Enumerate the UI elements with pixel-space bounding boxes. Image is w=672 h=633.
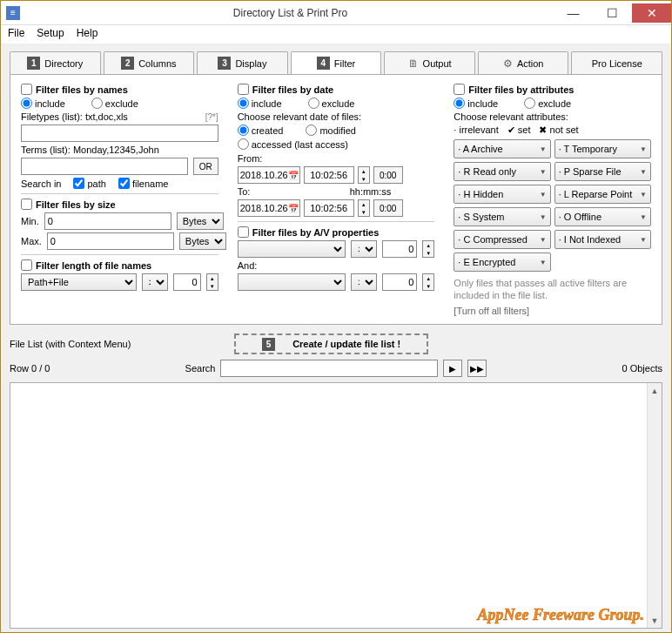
attr-exclude-radio[interactable] [524,98,535,109]
scroll-down-button[interactable]: ▼ [648,613,662,628]
file-list-area[interactable]: ▲ ▼ AppNee Freeware Group. [10,382,662,629]
or-button[interactable]: OR [193,158,218,175]
attr-readonly[interactable]: · R Read only▼ [454,162,550,181]
object-count: 0 Objects [622,363,662,374]
tab-display[interactable]: 3Display [197,51,288,74]
legend-set: ✔ set [507,125,531,136]
col-attributes: Filter files by attributes include exclu… [454,84,651,316]
attr-hidden[interactable]: · H Hidden▼ [454,185,550,204]
legend-irrelevant: · irrelevant [454,125,498,136]
legend-notset: ✖ not set [539,125,578,136]
tab-pro-license[interactable]: Pro License [571,51,662,74]
av-prop2-select[interactable] [238,273,346,291]
chevron-down-icon: ▼ [640,145,647,153]
search-last-button[interactable]: ▶▶ [467,360,487,377]
attr-notindexed[interactable]: · I Not Indexed▼ [554,230,651,249]
tab-columns[interactable]: 2Columns [104,51,195,74]
av-spin2[interactable]: ▲▼ [422,273,434,291]
filter-size-checkbox[interactable] [21,199,32,210]
size-min-unit[interactable]: Bytes [177,212,224,230]
length-value-input[interactable] [173,273,201,291]
menubar: File Setup Help [1,25,671,44]
filter-names-checkbox[interactable] [21,84,32,95]
search-input[interactable] [220,360,438,377]
from-date-input[interactable]: 2018.10.26📅 [238,166,300,184]
menu-setup[interactable]: Setup [37,27,64,42]
app-window: ≡ Directory List & Print Pro — ☐ ✕ File … [0,0,672,633]
filetypes-input[interactable] [21,125,218,142]
tab-directory[interactable]: 1Directory [10,51,101,74]
app-icon: ≡ [6,6,20,20]
attr-temporary[interactable]: · T Temporary▼ [554,139,651,158]
col-names: Filter files by names include exclude Fi… [21,84,218,316]
scroll-up-button[interactable]: ▲ [648,383,662,398]
date-accessed-radio[interactable] [238,138,249,150]
create-filelist-button[interactable]: 5 Create / update file list ! [234,333,428,354]
path-checkbox[interactable] [73,178,84,189]
attr-include-radio[interactable] [454,98,465,109]
av-prop1-select[interactable] [238,240,346,258]
attr-compressed[interactable]: · C Compressed▼ [454,230,550,249]
filter-attr-checkbox[interactable] [454,84,465,95]
to-zero-button[interactable]: 0:00 [373,199,403,217]
chevron-down-icon: ▼ [540,213,547,221]
attr-offline[interactable]: · O Offline▼ [554,207,651,226]
attr-encrypted[interactable]: · E Encrypted▼ [454,253,550,272]
tab-action[interactable]: ⚙Action [478,51,569,74]
size-max-input[interactable] [47,232,174,250]
vertical-scrollbar[interactable]: ▲ ▼ [647,383,662,628]
tab-output[interactable]: 🗎Output [384,51,475,74]
search-label: Search [185,363,216,374]
size-min-input[interactable] [44,212,171,230]
length-target-select[interactable]: Path+File [21,273,137,291]
size-max-unit[interactable]: Bytes [179,232,226,250]
close-button[interactable]: ✕ [632,3,671,23]
minimize-button[interactable]: — [554,3,593,23]
names-include-radio[interactable] [21,98,32,109]
attr-reparse[interactable]: · L Reparse Point▼ [554,185,651,204]
maximize-button[interactable]: ☐ [593,3,632,23]
window-title: Directory List & Print Pro [27,7,554,19]
length-spinner[interactable]: ▲▼ [206,273,218,291]
attr-archive[interactable]: · A Archive▼ [454,139,550,158]
from-time-input[interactable] [304,166,354,184]
filter-note: Only files that passes all active filter… [454,277,651,302]
date-include-radio[interactable] [238,98,249,109]
to-time-input[interactable] [304,199,354,217]
filename-checkbox[interactable] [118,178,130,189]
attr-system[interactable]: · S System▼ [454,207,550,226]
av-val2-input[interactable] [382,273,417,291]
chevron-down-icon: ▼ [540,145,547,153]
row-counter: Row 0 / 0 [10,363,50,374]
filter-date-checkbox[interactable] [238,84,249,95]
terms-input[interactable] [21,158,188,175]
av-spin1[interactable]: ▲▼ [422,240,434,258]
tab-filter[interactable]: 4Filter [291,51,382,74]
gear-icon: ⚙ [503,57,513,70]
tab-bar: 1Directory 2Columns 3Display 4Filter 🗎Ou… [10,51,662,74]
calendar-icon: 📅 [288,171,299,180]
attr-sparse[interactable]: · P Sparse File▼ [554,162,651,181]
to-date-input[interactable]: 2018.10.26📅 [238,199,300,217]
menu-help[interactable]: Help [77,27,98,42]
from-zero-button[interactable]: 0:00 [373,166,403,184]
from-time-spinner[interactable]: ▲▼ [358,166,370,184]
av-op1-select[interactable]: > = [351,240,377,258]
filter-panel: Filter files by names include exclude Fi… [10,74,662,325]
turnoff-filters-link[interactable]: [Turn off all filters] [454,306,651,316]
date-modified-radio[interactable] [306,125,317,136]
calendar-icon: 📅 [288,204,299,213]
filter-av-checkbox[interactable] [238,226,249,238]
av-op2-select[interactable]: > = [351,273,377,291]
menu-file[interactable]: File [8,27,24,42]
search-next-button[interactable]: ▶ [443,360,462,377]
names-exclude-radio[interactable] [91,98,103,109]
chevron-down-icon: ▼ [640,213,647,221]
filter-length-checkbox[interactable] [21,259,32,271]
date-exclude-radio[interactable] [308,98,319,109]
chevron-down-icon: ▼ [640,168,647,176]
length-op-select[interactable]: > = [142,273,168,291]
to-time-spinner[interactable]: ▲▼ [358,199,370,217]
date-created-radio[interactable] [238,125,249,136]
av-val1-input[interactable] [382,240,417,258]
